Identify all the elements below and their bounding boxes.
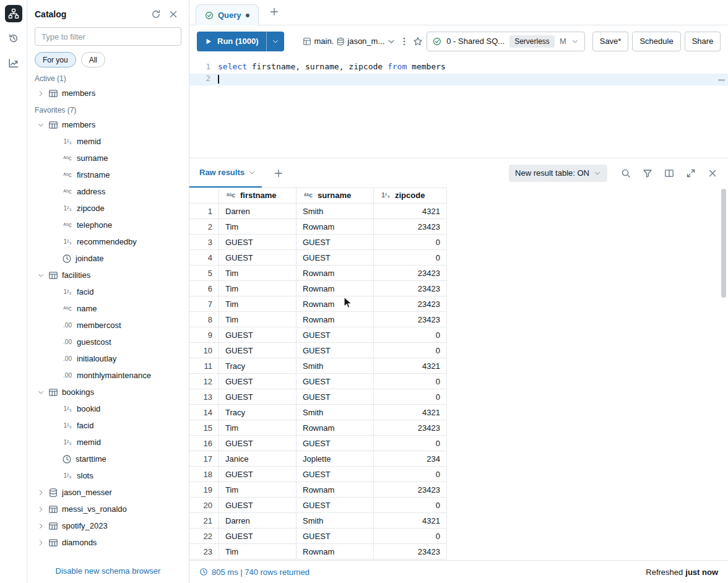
table-cell[interactable]: GUEST	[297, 498, 374, 513]
table-cell[interactable]: 23423	[374, 544, 447, 559]
tree-item-name[interactable]: ᴬᵇcname	[27, 300, 189, 317]
table-cell[interactable]: 23423	[374, 482, 447, 498]
tree-item-members[interactable]: members	[27, 116, 189, 133]
tree-item-spotify_2023[interactable]: spotify_2023	[27, 517, 189, 534]
tree-item-facid[interactable]: 1²₃facid	[27, 417, 189, 434]
tree-item-zipcode[interactable]: 1²₃zipcode	[27, 200, 189, 217]
tree-item-joindate[interactable]: joindate	[27, 250, 189, 267]
tree-item-facid[interactable]: 1²₃facid	[27, 283, 189, 300]
table-cell[interactable]: GUEST	[297, 374, 374, 389]
tree-item-membercost[interactable]: .00membercost	[27, 317, 189, 334]
tree-item-recommendedby[interactable]: 1²₃recommendedby	[27, 233, 189, 250]
table-cell[interactable]: Tim	[219, 219, 297, 235]
tree-item-guestcost[interactable]: .00guestcost	[27, 334, 189, 350]
table-cell[interactable]: 23423	[374, 219, 447, 235]
editor-line-1[interactable]: 1select firstname, surname, zipcode from…	[189, 62, 728, 74]
table-cell[interactable]: Rownam	[297, 266, 374, 281]
table-cell[interactable]: GUEST	[219, 529, 297, 544]
tree-item-initialoutlay[interactable]: .00initialoutlay	[27, 350, 189, 367]
filter-pill-all[interactable]: All	[81, 52, 105, 67]
table-cell[interactable]: 23423	[374, 420, 447, 436]
table-cell[interactable]: Rownam	[297, 219, 374, 235]
schedule-button[interactable]: Schedule	[632, 32, 680, 51]
table-cell[interactable]: 0	[374, 467, 447, 482]
filter-pill-for-you[interactable]: For you	[35, 52, 76, 67]
insights-rail-button[interactable]	[5, 54, 22, 72]
run-button[interactable]: Run (1000)	[197, 32, 266, 51]
table-cell[interactable]: 0	[374, 327, 447, 343]
table-cell[interactable]: Tim	[219, 482, 297, 498]
tree-item-address[interactable]: ᴬᵇcaddress	[27, 183, 189, 200]
table-cell[interactable]: GUEST	[219, 374, 297, 389]
catalog-schema-selector[interactable]: main. jason_m...	[303, 37, 396, 46]
table-cell[interactable]: Tim	[219, 266, 297, 281]
table-cell[interactable]: 0	[374, 235, 447, 250]
tree-item-bookid[interactable]: 1²₃bookid	[27, 400, 189, 417]
scrollbar-thumb[interactable]	[721, 189, 726, 298]
filter-results-button[interactable]	[639, 165, 656, 181]
table-cell[interactable]: Smith	[297, 513, 374, 529]
table-cell[interactable]: GUEST	[297, 250, 374, 266]
table-cell[interactable]: GUEST	[219, 250, 297, 266]
tree-item-messi_vs_ronaldo[interactable]: messi_vs_ronaldo	[27, 501, 189, 517]
table-cell[interactable]: GUEST	[297, 436, 374, 451]
table-cell[interactable]: 4321	[374, 513, 447, 529]
expand-results-button[interactable]	[683, 165, 699, 181]
table-cell[interactable]: Tim	[219, 544, 297, 559]
tree-item-bookings[interactable]: bookings	[27, 384, 189, 400]
favorite-button[interactable]	[413, 33, 423, 50]
close-results-button[interactable]	[704, 165, 721, 181]
table-cell[interactable]: Rownam	[297, 296, 374, 312]
results-scrollbar[interactable]	[721, 188, 726, 558]
table-cell[interactable]: 23423	[374, 296, 447, 312]
table-cell[interactable]: Rownam	[297, 281, 374, 296]
table-cell[interactable]: Rownam	[297, 544, 374, 559]
run-options-button[interactable]	[266, 32, 284, 51]
table-cell[interactable]: Rownam	[297, 312, 374, 327]
column-header-firstname[interactable]: ᴬᵇcfirstname	[219, 188, 297, 204]
catalog-filter-input[interactable]	[35, 27, 181, 46]
table-cell[interactable]: 0	[374, 250, 447, 266]
table-cell[interactable]: 23423	[374, 266, 447, 281]
table-cell[interactable]: 23423	[374, 281, 447, 296]
tree-item-telephone[interactable]: ᴬᵇctelephone	[27, 217, 189, 233]
table-cell[interactable]: GUEST	[219, 235, 297, 250]
more-options-button[interactable]	[399, 33, 409, 50]
column-header-surname[interactable]: ᴬᵇcsurname	[297, 188, 374, 204]
schema-browser-rail-button[interactable]	[5, 5, 22, 22]
tree-item-monthlymaintenance[interactable]: .00monthlymaintenance	[27, 367, 189, 384]
table-cell[interactable]: GUEST	[297, 389, 374, 405]
table-cell[interactable]: GUEST	[219, 498, 297, 513]
tree-item-memid[interactable]: 1²₃memid	[27, 133, 189, 150]
results-tab-raw[interactable]: Raw results	[189, 158, 262, 188]
table-cell[interactable]: 4321	[374, 358, 447, 374]
tree-item-memid[interactable]: 1²₃memid	[27, 434, 189, 451]
table-cell[interactable]: 23423	[374, 312, 447, 327]
panel-layout-button[interactable]	[661, 165, 677, 181]
table-cell[interactable]: 0	[374, 389, 447, 405]
table-cell[interactable]: GUEST	[219, 389, 297, 405]
table-cell[interactable]: Tim	[219, 281, 297, 296]
query-stats[interactable]: 805 ms | 740 rows returned	[199, 568, 310, 577]
refresh-catalog-button[interactable]	[148, 6, 164, 22]
history-rail-button[interactable]	[5, 30, 22, 47]
table-cell[interactable]: GUEST	[219, 436, 297, 451]
tree-item-starttime[interactable]: starttime	[27, 451, 189, 467]
search-results-button[interactable]	[618, 165, 634, 181]
table-cell[interactable]: Tim	[219, 296, 297, 312]
table-cell[interactable]: Rownam	[297, 482, 374, 498]
table-cell[interactable]: Tracy	[219, 358, 297, 374]
tab-query[interactable]: Query	[196, 4, 259, 25]
table-cell[interactable]: 0	[374, 529, 447, 544]
sql-editor[interactable]: 1select firstname, surname, zipcode from…	[189, 57, 728, 158]
tree-item-firstname[interactable]: ᴬᵇcfirstname	[27, 166, 189, 183]
table-cell[interactable]: Smith	[297, 358, 374, 374]
table-cell[interactable]: 234	[374, 451, 447, 467]
table-cell[interactable]: 4321	[374, 204, 447, 219]
share-button[interactable]: Share	[685, 32, 721, 51]
table-cell[interactable]: GUEST	[219, 467, 297, 482]
close-catalog-button[interactable]	[165, 6, 181, 22]
table-cell[interactable]: Tim	[219, 312, 297, 327]
table-cell[interactable]: 4321	[374, 405, 447, 420]
table-cell[interactable]: GUEST	[219, 327, 297, 343]
